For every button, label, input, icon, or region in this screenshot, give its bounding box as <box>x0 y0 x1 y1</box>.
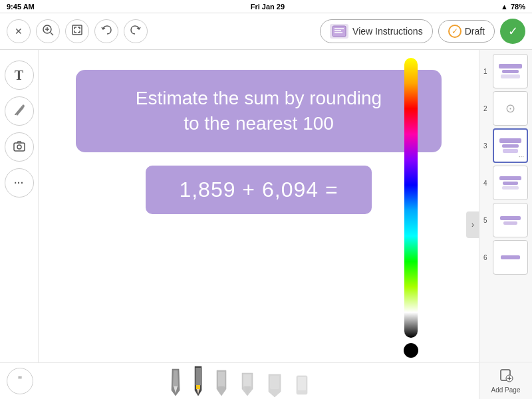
eraser-tool-item[interactable] <box>267 365 282 397</box>
slide-thumb-3[interactable]: ··· <box>493 128 528 163</box>
view-instructions-label: View Instructions <box>352 26 423 37</box>
question-box: Estimate the sum by roundingto the neare… <box>76 70 442 152</box>
draft-button[interactable]: ✓ Draft <box>438 20 495 43</box>
slide-item[interactable]: 2 ⊙ <box>483 91 528 126</box>
chevron-right-icon: › <box>471 220 474 229</box>
left-toolbar: T ··· <box>0 50 39 399</box>
more-tool-button[interactable]: ··· <box>5 168 34 198</box>
draft-check-icon: ✓ <box>448 25 462 38</box>
slide-thumb-5[interactable] <box>493 203 528 237</box>
pencil-svg <box>194 365 202 397</box>
done-button[interactable]: ✓ <box>500 19 525 44</box>
status-right: ▲ 78% <box>501 3 525 11</box>
undo-button[interactable] <box>94 19 118 43</box>
more-icon: ··· <box>14 178 24 188</box>
add-page-icon <box>499 368 513 385</box>
done-icon: ✓ <box>508 24 518 39</box>
canvas-area: Estimate the sum by roundingto the neare… <box>39 50 479 399</box>
question-text: Estimate the sum by roundingto the neare… <box>102 86 415 136</box>
pen-tool-item[interactable] <box>170 365 181 397</box>
marker-tool-item[interactable] <box>215 365 227 397</box>
slide-item[interactable]: 1 <box>483 54 528 88</box>
slide-thumb-1[interactable] <box>493 54 528 88</box>
black-color-dot[interactable] <box>404 343 418 358</box>
svg-point-18 <box>17 145 21 149</box>
battery-label: 78% <box>511 3 525 11</box>
slide-item-active[interactable]: 3 ··· <box>483 128 528 163</box>
add-page-button[interactable]: Add Page <box>479 362 532 399</box>
zoom-in-icon <box>42 24 54 39</box>
expand-button[interactable] <box>65 19 89 43</box>
marker-svg <box>215 369 227 397</box>
eraser2-tool-item[interactable] <box>295 365 309 397</box>
panel-toggle-button[interactable]: › <box>466 211 479 238</box>
slide-thumb-2[interactable]: ⊙ <box>493 91 528 126</box>
pencil-tool-button[interactable] <box>5 96 34 126</box>
highlighter-tool-item[interactable] <box>241 365 254 397</box>
equation-box: 1,859 + 6,094 = <box>146 166 371 214</box>
eraser-svg <box>267 373 282 397</box>
slide-item[interactable]: 6 <box>483 240 528 275</box>
instructions-icon <box>330 24 348 39</box>
camera-icon <box>13 139 26 156</box>
eraser2-svg <box>295 374 309 397</box>
close-button[interactable]: ✕ <box>7 19 31 43</box>
color-strip[interactable] <box>404 58 418 338</box>
quote-icon: " <box>18 375 22 387</box>
main-layout: T ··· <box>0 50 532 399</box>
view-instructions-button[interactable]: View Instructions <box>320 19 433 43</box>
svg-rect-13 <box>332 26 346 37</box>
svg-rect-4 <box>72 25 82 35</box>
highlighter-svg <box>241 372 254 397</box>
quote-button[interactable]: " <box>7 368 33 394</box>
svg-rect-39 <box>298 377 306 390</box>
camera-tool-button[interactable] <box>5 132 34 162</box>
slide-thumb-4[interactable] <box>493 166 528 200</box>
right-panel: › 1 2 ⊙ <box>479 50 532 399</box>
status-bar: 9:45 AM Fri Jan 29 ▲ 78% <box>0 0 532 13</box>
undo-icon <box>100 24 112 39</box>
color-palette[interactable] <box>404 58 418 358</box>
text-tool-button[interactable]: T <box>5 61 34 90</box>
pencil-tool-item[interactable] <box>194 365 202 397</box>
pencil-icon <box>13 103 26 120</box>
slide-list: 1 2 ⊙ 3 <box>479 50 532 362</box>
slide-item[interactable]: 4 <box>483 166 528 200</box>
redo-icon <box>130 24 142 39</box>
bottom-toolbar: " <box>0 362 479 399</box>
svg-marker-24 <box>173 370 178 388</box>
slide-item[interactable]: 5 <box>483 203 528 237</box>
wifi-icon: ▲ <box>501 3 508 11</box>
expand-icon <box>71 24 83 39</box>
draft-label: Draft <box>465 26 485 37</box>
pen-svg <box>170 368 181 397</box>
redo-button[interactable] <box>124 19 148 43</box>
zoom-in-button[interactable] <box>36 19 60 43</box>
equation-text: 1,859 + 6,094 = <box>179 178 338 202</box>
add-page-label: Add Page <box>491 386 521 394</box>
svg-rect-17 <box>14 143 25 151</box>
status-date: Fri Jan 29 <box>251 3 285 11</box>
canvas-content: Estimate the sum by roundingto the neare… <box>76 70 442 214</box>
slide-thumb-6[interactable] <box>493 240 528 275</box>
svg-rect-37 <box>270 376 279 389</box>
svg-line-1 <box>51 33 53 35</box>
text-icon: T <box>15 68 23 83</box>
svg-marker-27 <box>196 368 201 386</box>
status-time: 9:45 AM <box>7 3 35 11</box>
toolbar: ✕ <box>0 13 532 50</box>
slide-more-button[interactable]: ··· <box>519 153 524 160</box>
